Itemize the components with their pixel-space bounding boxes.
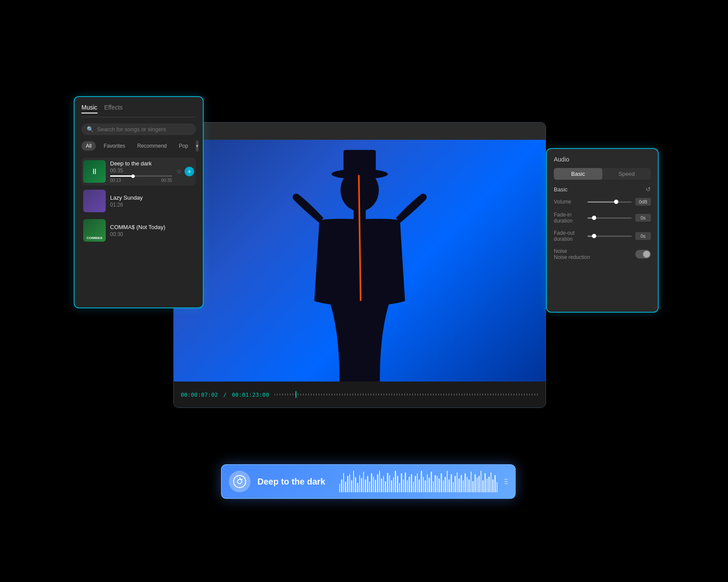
- waveform-bar: [484, 473, 486, 492]
- now-playing-icon: [229, 471, 250, 492]
- reset-icon[interactable]: ↺: [646, 186, 651, 193]
- waveform-bar: [391, 480, 392, 492]
- song-duration-2: 01:26: [110, 202, 194, 208]
- tab-effects[interactable]: Effects: [104, 104, 123, 113]
- song-item-2[interactable]: Lazy Sunday 01:26: [81, 187, 196, 215]
- filter-pop[interactable]: Pop: [175, 141, 192, 151]
- song-thumb-2: [83, 190, 106, 212]
- song-name-3: COMMA$ (Not Today): [110, 224, 194, 230]
- waveform-bar: [437, 476, 438, 492]
- waveform-bar: [439, 479, 440, 492]
- waveform-bar: [399, 483, 400, 492]
- waveform-bar: [453, 482, 454, 492]
- waveform-bar: [419, 479, 420, 492]
- svg-rect-2: [344, 150, 376, 176]
- toggle-knob: [643, 251, 650, 258]
- add-button-1[interactable]: +: [185, 167, 194, 176]
- waveform-bar: [472, 481, 474, 492]
- song-name-1: Deep to the dark: [110, 160, 172, 167]
- fadein-slider[interactable]: [588, 217, 632, 219]
- timeline-dots: [274, 394, 539, 395]
- search-bar[interactable]: 🔍: [81, 123, 196, 135]
- waveform-bar: [403, 479, 404, 492]
- noise-label-bottom: Noise reduction: [554, 254, 590, 260]
- filter-more-button[interactable]: ▾: [196, 140, 198, 152]
- fadeout-slider[interactable]: [588, 236, 632, 237]
- fadeout-control: Fade-out duration 0s: [554, 230, 651, 242]
- audio-section-label: Basic: [554, 186, 568, 193]
- waveform-bar: [357, 483, 358, 492]
- waveform-bar: [385, 481, 386, 492]
- timeline-track[interactable]: [274, 390, 539, 399]
- song-info-1: Deep to the dark 00:35 00:13 00:35: [110, 160, 172, 183]
- waveform-bar: [367, 476, 368, 492]
- waveform-bar: [497, 482, 498, 492]
- waveform-bar: [365, 479, 366, 492]
- song-info-3: COMMA$ (Not Today) 00:30: [110, 224, 194, 237]
- waveform-bar: [445, 477, 446, 492]
- waveform-bar: [467, 477, 468, 492]
- waveform-bar: [389, 475, 390, 492]
- audio-tab-speed[interactable]: Speed: [602, 168, 651, 180]
- song-thumb-3: COMMAS: [83, 219, 106, 242]
- waveform-bar: [339, 484, 341, 492]
- song-thumb-1: ⏸: [83, 160, 106, 183]
- noise-toggle[interactable]: [635, 250, 651, 259]
- waveform-container: [339, 471, 497, 492]
- search-input[interactable]: [97, 126, 191, 133]
- waveform-bar: [448, 479, 450, 492]
- song-name-2: Lazy Sunday: [110, 194, 194, 201]
- figure-silhouette: [174, 140, 546, 382]
- waveform-bar: [441, 473, 442, 492]
- progress-times-1: 00:13 00:35: [110, 178, 172, 183]
- audio-panel: Audio Basic Speed Basic ↺ Volume 0dB Fad…: [546, 148, 659, 313]
- fadein-value: 0s: [635, 214, 651, 222]
- end-line-3: [504, 483, 508, 484]
- waveform-bar: [371, 473, 372, 492]
- volume-slider[interactable]: [588, 201, 632, 203]
- song-item-1[interactable]: ⏸ Deep to the dark 00:35 00:13 00:35: [81, 158, 196, 185]
- player-video: [174, 140, 546, 382]
- timeline-bar: 00:00:07:02 / 00:01:23:00: [174, 382, 546, 407]
- waveform-bar: [345, 482, 346, 492]
- timeline-total-time: 00:01:23:00: [232, 391, 269, 398]
- noise-label-top: Noise: [554, 248, 590, 254]
- noise-reduction-row: Noise Noise reduction: [554, 248, 651, 260]
- audio-tabs: Basic Speed: [554, 168, 651, 180]
- waveform-bar: [359, 475, 361, 492]
- audio-tab-basic[interactable]: Basic: [554, 168, 602, 180]
- fadein-label: Fade-in duration: [554, 212, 584, 224]
- song-progress-1: 00:13 00:35: [110, 175, 172, 183]
- waveform-bar: [494, 475, 496, 492]
- waveform-bar: [379, 471, 380, 492]
- filter-favorites[interactable]: Favorites: [99, 141, 129, 151]
- waveform-bar: [471, 472, 472, 492]
- waveform-bar: [375, 480, 376, 492]
- waveform-bar: [397, 476, 398, 492]
- song-item-3[interactable]: COMMAS COMMA$ (Not Today) 00:30: [81, 217, 196, 244]
- fadeout-thumb: [592, 234, 596, 238]
- timeline-marker: [296, 391, 296, 398]
- waveform-bar: [429, 478, 430, 492]
- filter-chips: All Favorites Recommend Pop ▾: [81, 140, 196, 152]
- waveform-bar: [491, 472, 492, 492]
- waveform-bar: [347, 476, 348, 492]
- waveform-bar: [492, 479, 494, 492]
- now-playing-bar: Deep to the dark: [221, 464, 516, 499]
- progress-track-1[interactable]: [110, 175, 172, 177]
- waveform-bar: [455, 476, 456, 492]
- song-actions-1: ☆ +: [176, 167, 194, 176]
- waveform-bar: [405, 472, 406, 492]
- waveform-bar: [423, 477, 424, 492]
- waveform-bar: [461, 475, 462, 492]
- tab-music[interactable]: Music: [81, 104, 98, 113]
- filter-all[interactable]: All: [81, 141, 96, 151]
- filter-recommend[interactable]: Recommend: [133, 141, 171, 151]
- fadein-control: Fade-in duration 0s: [554, 212, 651, 224]
- waveform-bar: [468, 479, 470, 492]
- waveform-bar: [458, 479, 460, 492]
- waveform-bar: [427, 474, 428, 492]
- volume-label: Volume: [554, 199, 584, 205]
- waveform-bar: [447, 471, 448, 492]
- star-button-1[interactable]: ☆: [176, 168, 182, 175]
